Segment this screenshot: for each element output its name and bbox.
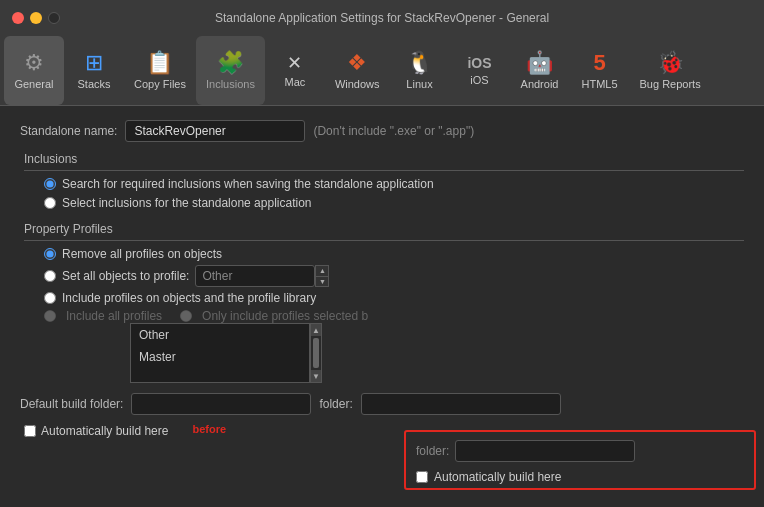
profile-select-wrap: ▲ ▼ [195,265,329,287]
inclusions-section-header: Inclusions [20,152,744,171]
toolbar-item-ios[interactable]: iOS iOS [450,36,510,105]
toolbar-label-stacks: Stacks [77,78,110,90]
dropdown-item-master[interactable]: Master [131,346,309,368]
dropdown-item-other[interactable]: Other [131,324,309,346]
auto-build-row: Automatically build here before [20,420,744,438]
windows-icon: ❖ [347,52,367,74]
toolbar-item-android[interactable]: 🤖 Android [510,36,570,105]
standalone-name-hint: (Don't include ".exe" or ".app") [313,124,474,138]
inclusion-select-radio[interactable] [44,197,56,209]
auto-build-checkbox-right[interactable] [416,471,428,483]
pp-only-include-radio [180,310,192,322]
toolbar-item-general[interactable]: ⚙ General [4,36,64,105]
pp-include-profiles-row: Include profiles on objects and the prof… [44,291,744,305]
titlebar: Standalone Application Settings for Stac… [0,0,764,36]
pp-set-all-row: Set all objects to profile: ▲ ▼ [44,265,744,287]
profile-select-arrows: ▲ ▼ [315,265,329,287]
toolbar-label-mac: Mac [285,76,306,88]
toolbar-label-general: General [14,78,53,90]
profile-select-input[interactable] [195,265,315,287]
toolbar-label-android: Android [521,78,559,90]
toolbar-item-stacks[interactable]: ⊞ Stacks [64,36,124,105]
inclusion-search-radio[interactable] [44,178,56,190]
gear-icon: ⚙ [24,52,44,74]
toolbar-item-mac[interactable]: ✕ Mac [265,36,325,105]
build-folder-row: Default build folder: folder: [20,393,744,415]
maximize-button[interactable] [48,12,60,24]
settings-panel: Standalone name: (Don't include ".exe" o… [0,106,764,452]
profile-arrow-up[interactable]: ▲ [316,266,328,277]
inclusion-select-label[interactable]: Select inclusions for the standalone app… [62,196,312,210]
close-button[interactable] [12,12,24,24]
profile-arrow-down[interactable]: ▼ [316,277,328,287]
stacks-icon: ⊞ [85,52,103,74]
toolbar-label-linux: Linux [406,78,432,90]
profile-dropdown-container: Other Master ▲ ▼ [130,323,744,383]
inclusion-option-select: Select inclusions for the standalone app… [44,196,744,210]
pp-remove-all-radio[interactable] [44,248,56,260]
toolbar-label-inclusions: Inclusions [206,78,255,90]
copy-files-icon: 📋 [146,52,173,74]
linux-icon: 🐧 [406,52,433,74]
toolbar-label-windows: Windows [335,78,380,90]
pp-include-profiles-radio[interactable] [44,292,56,304]
profile-dropdown-scrollbar[interactable]: ▲ ▼ [310,323,322,383]
toolbar-item-copy-files[interactable]: 📋 Copy Files [124,36,196,105]
pp-include-all-row: Include all profiles Only include profil… [44,309,744,323]
toolbar-label-copy-files: Copy Files [134,78,186,90]
auto-build-left: Automatically build here [20,424,168,438]
mac-icon: ✕ [287,54,302,72]
pp-set-all-radio[interactable] [44,270,56,282]
pp-only-include-label: Only include profiles selected b [202,309,368,323]
inclusions-radio-group: Search for required inclusions when savi… [44,177,744,210]
toolbar-label-ios: iOS [470,74,488,86]
toolbar-label-bug-reports: Bug Reports [640,78,701,90]
folder-label: folder: [319,397,352,411]
auto-build-checkbox-left[interactable] [24,425,36,437]
html5-icon: 5 [593,52,605,74]
toolbar-item-bug-reports[interactable]: 🐞 Bug Reports [630,36,711,105]
standalone-name-label: Standalone name: [20,124,117,138]
toolbar-item-linux[interactable]: 🐧 Linux [390,36,450,105]
android-icon: 🤖 [526,52,553,74]
toolbar-item-inclusions[interactable]: 🧩 Inclusions [196,36,265,105]
profile-dropdown-list[interactable]: Other Master [130,323,310,383]
pp-include-all-radio [44,310,56,322]
inclusion-option-search: Search for required inclusions when savi… [44,177,744,191]
toolbar-item-windows[interactable]: ❖ Windows [325,36,390,105]
traffic-lights [12,12,60,24]
toolbar-label-html5: HTML5 [581,78,617,90]
inclusions-icon: 🧩 [217,52,244,74]
scrollbar-thumb[interactable] [313,338,319,368]
scrollbar-up-arrow[interactable]: ▲ [311,324,321,336]
bug-reports-icon: 🐞 [657,52,684,74]
standalone-name-row: Standalone name: (Don't include ".exe" o… [20,120,744,142]
pp-remove-all-label[interactable]: Remove all profiles on objects [62,247,222,261]
pp-include-all-label: Include all profiles [66,309,162,323]
property-profiles-block: Remove all profiles on objects Set all o… [20,247,744,383]
auto-build-label-right[interactable]: Automatically build here [434,470,561,484]
toolbar: ⚙ General ⊞ Stacks 📋 Copy Files 🧩 Inclus… [0,36,764,106]
build-folder-input[interactable] [131,393,311,415]
before-label: before [192,423,226,435]
folder-input[interactable] [361,393,561,415]
inclusion-search-label[interactable]: Search for required inclusions when savi… [62,177,434,191]
auto-build-label-left[interactable]: Automatically build here [41,424,168,438]
minimize-button[interactable] [30,12,42,24]
toolbar-item-html5[interactable]: 5 HTML5 [570,36,630,105]
pp-remove-all-row: Remove all profiles on objects [44,247,744,261]
pp-set-all-label[interactable]: Set all objects to profile: [62,269,189,283]
window-title: Standalone Application Settings for Stac… [215,11,549,25]
property-profiles-section-header: Property Profiles [20,222,744,241]
pp-include-profiles-label[interactable]: Include profiles on objects and the prof… [62,291,316,305]
standalone-name-input[interactable] [125,120,305,142]
ios-icon: iOS [467,56,491,70]
build-folder-label: Default build folder: [20,397,123,411]
scrollbar-down-arrow[interactable]: ▼ [311,370,321,382]
